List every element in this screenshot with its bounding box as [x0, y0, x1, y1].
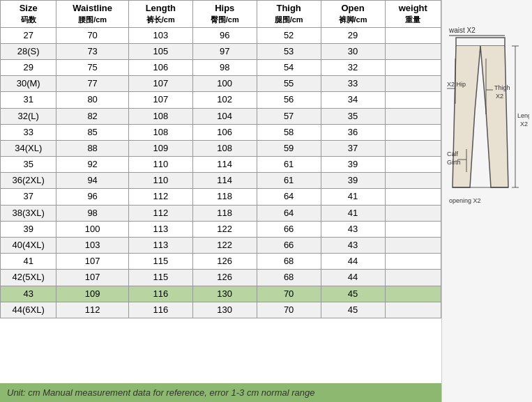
cell-size: 29 — [1, 59, 56, 75]
table-container: Size码数Waistline腰围/cmLength裤长/cmHips臀围/cm… — [0, 0, 441, 383]
cell-thigh: 52 — [257, 27, 321, 43]
cell-weight — [385, 59, 441, 75]
cell-thigh: 61 — [257, 173, 321, 189]
table-row: 38(3XL)981121186441 — [1, 205, 441, 221]
cell-thigh: 54 — [257, 59, 321, 75]
cell-open: 30 — [321, 43, 385, 59]
footer-note: Unit: cm Manual measurement data for ref… — [0, 383, 441, 402]
cell-length: 105 — [128, 43, 192, 59]
svg-text:Length: Length — [517, 112, 529, 119]
cell-open: 39 — [321, 173, 385, 189]
cell-hips: 100 — [192, 76, 257, 92]
cell-length: 112 — [128, 205, 192, 221]
cell-open: 33 — [321, 76, 385, 92]
cell-waist: 112 — [56, 302, 128, 318]
cell-thigh: 66 — [257, 221, 321, 237]
svg-text:X2 Hip: X2 Hip — [447, 81, 466, 88]
svg-text:X2: X2 — [496, 93, 503, 100]
table-row: 33851081065836 — [1, 124, 441, 140]
cell-thigh: 64 — [257, 205, 321, 221]
cell-size: 40(4XL) — [1, 238, 56, 254]
table-row: 31801071025634 — [1, 92, 441, 108]
cell-length: 116 — [128, 302, 192, 318]
cell-size: 41 — [1, 254, 56, 270]
cell-thigh: 56 — [257, 92, 321, 108]
cell-size: 37 — [1, 189, 56, 205]
cell-open: 36 — [321, 124, 385, 140]
cell-length: 115 — [128, 270, 192, 286]
col-header-length: Length裤长/cm — [128, 1, 192, 28]
cell-open: 29 — [321, 27, 385, 43]
col-header-hips: Hips臀围/cm — [192, 1, 257, 28]
cell-waist: 96 — [56, 189, 128, 205]
cell-thigh: 70 — [257, 286, 321, 302]
cell-open: 34 — [321, 92, 385, 108]
cell-waist: 100 — [56, 221, 128, 237]
cell-thigh: 57 — [257, 108, 321, 124]
cell-hips: 106 — [192, 124, 257, 140]
cell-length: 106 — [128, 59, 192, 75]
svg-rect-2 — [456, 38, 505, 46]
cell-length: 108 — [128, 124, 192, 140]
table-row: 391001131226643 — [1, 221, 441, 237]
table-row: 42(5XL)1071151266844 — [1, 270, 441, 286]
svg-text:Girth: Girth — [447, 159, 461, 166]
cell-waist: 75 — [56, 59, 128, 75]
cell-hips: 114 — [192, 157, 257, 173]
svg-text:Calf: Calf — [447, 150, 459, 157]
cell-length: 110 — [128, 157, 192, 173]
cell-weight — [385, 108, 441, 124]
cell-open: 32 — [321, 59, 385, 75]
cell-waist: 109 — [56, 286, 128, 302]
cell-thigh: 61 — [257, 157, 321, 173]
cell-waist: 92 — [56, 157, 128, 173]
cell-length: 115 — [128, 254, 192, 270]
cell-weight — [385, 189, 441, 205]
cell-weight — [385, 92, 441, 108]
cell-thigh: 55 — [257, 76, 321, 92]
diagram-svg: waist X2 X2 Hip Thigh X2 Length X2 Calf … — [446, 20, 529, 382]
cell-weight — [385, 43, 441, 59]
cell-size: 43 — [1, 286, 56, 302]
cell-size: 31 — [1, 92, 56, 108]
cell-weight — [385, 270, 441, 286]
cell-length: 112 — [128, 189, 192, 205]
cell-open: 39 — [321, 157, 385, 173]
table-row: 431091161307045 — [1, 286, 441, 302]
cell-hips: 97 — [192, 43, 257, 59]
table-row: 28(S)73105975330 — [1, 43, 441, 59]
cell-thigh: 70 — [257, 302, 321, 318]
cell-weight — [385, 221, 441, 237]
cell-waist: 73 — [56, 43, 128, 59]
cell-weight — [385, 205, 441, 221]
cell-hips: 114 — [192, 173, 257, 189]
col-header-waistline: Waistline腰围/cm — [56, 1, 128, 28]
col-header-weight: weight重量 — [385, 1, 441, 28]
col-header-thigh: Thigh腿围/cm — [257, 1, 321, 28]
cell-waist: 107 — [56, 254, 128, 270]
table-row: 36(2XL)941101146139 — [1, 173, 441, 189]
cell-weight — [385, 254, 441, 270]
cell-length: 113 — [128, 221, 192, 237]
table-row: 411071151266844 — [1, 254, 441, 270]
table-row: 40(4XL)1031131226643 — [1, 238, 441, 254]
cell-open: 43 — [321, 221, 385, 237]
cell-weight — [385, 140, 441, 156]
footer-text: Unit: cm Manual measurement data for ref… — [7, 387, 314, 398]
cell-hips: 118 — [192, 205, 257, 221]
cell-weight — [385, 286, 441, 302]
cell-weight — [385, 27, 441, 43]
table-row: 44(6XL)1121161307045 — [1, 302, 441, 318]
cell-hips: 108 — [192, 140, 257, 156]
svg-text:waist X2: waist X2 — [448, 26, 476, 34]
cell-size: 38(3XL) — [1, 205, 56, 221]
cell-open: 44 — [321, 270, 385, 286]
cell-thigh: 66 — [257, 238, 321, 254]
cell-weight — [385, 157, 441, 173]
cell-open: 45 — [321, 302, 385, 318]
cell-waist: 107 — [56, 270, 128, 286]
cell-size: 32(L) — [1, 108, 56, 124]
cell-weight — [385, 124, 441, 140]
col-header-open: Open裤脚/cm — [321, 1, 385, 28]
cell-size: 34(XL) — [1, 140, 56, 156]
